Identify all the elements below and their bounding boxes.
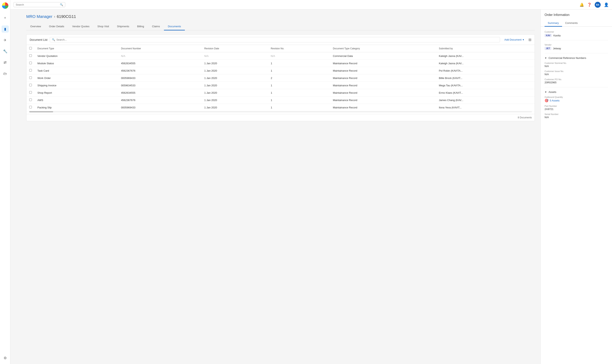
add-document-label: Add Document bbox=[504, 38, 521, 41]
row-submitted-by: Billie Brock (KAVIT... bbox=[436, 74, 534, 82]
row-document-type: Task Card bbox=[35, 67, 118, 74]
customer-nominal-no: Customer Nominal No. N/A bbox=[545, 62, 608, 68]
col-document-type: Document Type bbox=[35, 45, 118, 52]
row-document-number: 4562634555 bbox=[118, 89, 202, 96]
row-checkbox-cell[interactable] bbox=[26, 67, 35, 74]
row-revision-no: 1 bbox=[268, 60, 330, 67]
search-icon: 🔍 bbox=[60, 3, 63, 6]
document-search-input[interactable] bbox=[56, 38, 498, 41]
row-submitted-by: James Chang (KAV... bbox=[436, 96, 534, 104]
row-checkbox[interactable] bbox=[29, 98, 32, 101]
plane-nav-icon[interactable]: ✈ bbox=[1, 37, 9, 44]
row-revision-date: 1 Jan 2020 bbox=[202, 67, 268, 74]
scrollbar-thumb[interactable] bbox=[29, 111, 53, 112]
row-submitted-by: Kaleigh Jasna (KAV... bbox=[436, 52, 534, 60]
row-submitted-by: Pol Robin (KAVITA... bbox=[436, 67, 534, 74]
customer-issue-no-label: Customer Issue No. bbox=[545, 70, 608, 72]
row-revision-no: N/A bbox=[268, 52, 330, 60]
row-category: Maintainance Record bbox=[330, 67, 436, 74]
user-badge[interactable]: BA bbox=[595, 2, 601, 8]
document-count: 8 Documents bbox=[26, 114, 534, 121]
row-checkbox[interactable] bbox=[29, 91, 32, 94]
row-checkbox[interactable] bbox=[29, 106, 32, 108]
row-checkbox-cell[interactable] bbox=[26, 74, 35, 82]
col-document-type-category: Document Type Category bbox=[330, 45, 436, 52]
row-revision-no: 1 bbox=[268, 82, 330, 89]
serial-number-value: N/A bbox=[545, 116, 608, 119]
row-revision-no: 1 bbox=[268, 96, 330, 104]
search-input[interactable] bbox=[16, 3, 60, 6]
breadcrumb-parent[interactable]: MRO Manager bbox=[26, 14, 52, 19]
commercial-ref-toggle[interactable]: ▼ Commercial Reference Numbers bbox=[545, 56, 608, 59]
row-submitted-by: Mega Tau (KAVITA... bbox=[436, 82, 534, 89]
notifications-icon[interactable]: 🔔 bbox=[580, 3, 584, 7]
tool-nav-icon[interactable]: 🔧 bbox=[1, 48, 9, 55]
row-checkbox-cell[interactable] bbox=[26, 104, 35, 111]
row-submitted-by: Ilona Yeva (KAVIT... bbox=[436, 104, 534, 111]
assets-toggle[interactable]: ▼ Assets bbox=[545, 91, 608, 93]
help-icon[interactable]: ❓ bbox=[587, 3, 591, 7]
assets-link[interactable]: 🎯 5 Assets bbox=[545, 99, 608, 103]
select-all-header[interactable] bbox=[26, 45, 35, 52]
global-search-box[interactable]: 🔍 bbox=[13, 2, 65, 7]
tab-shop-visit[interactable]: Shop Visit bbox=[93, 23, 113, 30]
assets-link-text[interactable]: 5 Assets bbox=[550, 99, 560, 102]
row-document-type: Module Status bbox=[35, 60, 118, 67]
tab-vendor-quotes[interactable]: Vendor Quotes bbox=[68, 23, 93, 30]
serial-number-label: Serial Number bbox=[545, 113, 608, 115]
row-checkbox-cell[interactable] bbox=[26, 89, 35, 96]
document-search-box[interactable]: 🔍 bbox=[50, 37, 500, 42]
tab-documents[interactable]: Documents bbox=[164, 23, 185, 30]
assets-section: ▼ Assets Outbound Quantity 🎯 5 Assets Pa… bbox=[545, 91, 608, 119]
customer-issue-no: Customer Issue No. N/A bbox=[545, 70, 608, 76]
part-number-value: 2A9721 bbox=[545, 108, 608, 111]
row-checkbox[interactable] bbox=[29, 54, 32, 57]
vendor-name: Jetway bbox=[553, 47, 561, 50]
row-document-type: AWS bbox=[35, 96, 118, 104]
sidebar: + ▮ ✈ 🔧 ⇄ 🗁 ⚙ bbox=[0, 0, 10, 364]
commercial-ref-section: ▼ Commercial Reference Numbers Customer … bbox=[545, 56, 608, 84]
folder-nav-icon[interactable]: 🗁 bbox=[1, 70, 9, 77]
table-row: Work Order 0005969433 1 Jan 2020 2 Maint… bbox=[26, 74, 534, 82]
row-checkbox-cell[interactable] bbox=[26, 60, 35, 67]
tab-overview[interactable]: Overview bbox=[26, 23, 45, 30]
row-revision-no: 2 bbox=[268, 74, 330, 82]
breadcrumb: MRO Manager › 6190CG11 bbox=[26, 14, 535, 19]
row-checkbox[interactable] bbox=[29, 62, 32, 64]
add-document-button[interactable]: Add Document ▾ bbox=[502, 37, 526, 42]
tab-shipments[interactable]: Shipments bbox=[113, 23, 133, 30]
customer-info: KAV Kavita bbox=[545, 34, 608, 37]
horizontal-scrollbar[interactable] bbox=[29, 111, 532, 112]
chart-nav-icon[interactable]: ▮ bbox=[1, 26, 9, 33]
gear-nav-icon[interactable]: ⚙ bbox=[1, 354, 9, 362]
plus-nav-icon[interactable]: + bbox=[1, 14, 9, 22]
row-checkbox-cell[interactable] bbox=[26, 96, 35, 104]
customer-po-no-value: 20R02965 bbox=[545, 81, 608, 84]
row-revision-date: N/A bbox=[202, 52, 268, 60]
select-all-checkbox[interactable] bbox=[29, 47, 32, 50]
right-tab-comments[interactable]: Comments bbox=[562, 20, 581, 27]
grid-view-icon[interactable]: ⊞ bbox=[528, 38, 531, 42]
assets-link-icon: 🎯 bbox=[545, 99, 548, 103]
app-logo[interactable] bbox=[2, 2, 8, 9]
breadcrumb-separator: › bbox=[54, 14, 55, 19]
row-checkbox-cell[interactable] bbox=[26, 52, 35, 60]
row-revision-no: 1 bbox=[268, 104, 330, 111]
row-checkbox[interactable] bbox=[29, 69, 32, 72]
divider-1 bbox=[545, 40, 608, 40]
right-panel-body: Customer KAV Kavita Vendor JET Jetway bbox=[541, 27, 612, 123]
right-tab-summary[interactable]: Summary bbox=[545, 20, 562, 27]
assets-arrow-icon: ▼ bbox=[545, 91, 547, 93]
row-document-number: 4562367676 bbox=[118, 67, 202, 74]
row-category: Commercial Data bbox=[330, 52, 436, 60]
row-checkbox[interactable] bbox=[29, 84, 32, 86]
tab-claims[interactable]: Claims bbox=[148, 23, 164, 30]
tab-billing[interactable]: Billing bbox=[133, 23, 148, 30]
tab-order-details[interactable]: Order Details bbox=[45, 23, 68, 30]
row-checkbox-cell[interactable] bbox=[26, 82, 35, 89]
col-revision-no: Revision No. bbox=[268, 45, 330, 52]
account-icon[interactable]: 👤 bbox=[604, 2, 609, 7]
row-checkbox[interactable] bbox=[29, 76, 32, 79]
table-row: Shop Report 4562634555 1 Jan 2020 1 Main… bbox=[26, 89, 534, 96]
routes-nav-icon[interactable]: ⇄ bbox=[1, 59, 9, 66]
